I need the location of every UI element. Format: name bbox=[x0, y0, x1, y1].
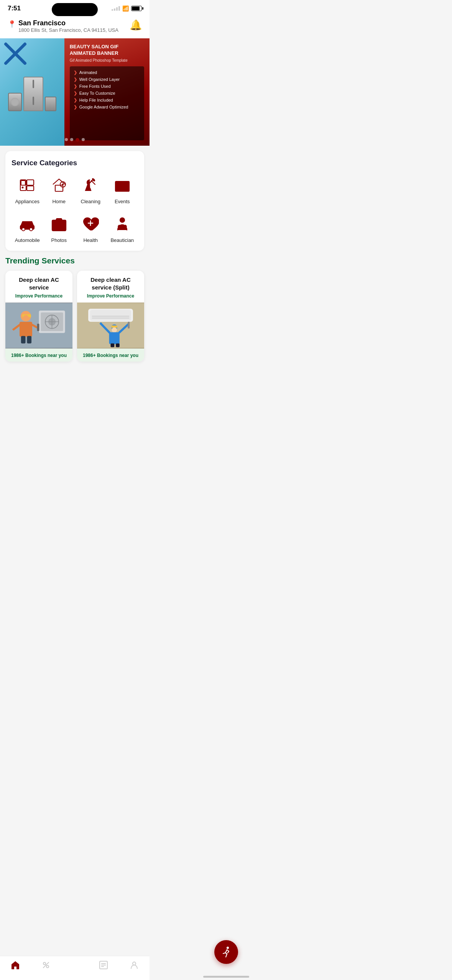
wifi-icon: 📶 bbox=[122, 5, 129, 12]
category-events[interactable]: Events bbox=[107, 175, 138, 204]
photos-label: Photos bbox=[51, 237, 67, 243]
status-time: 7:51 bbox=[8, 5, 21, 12]
svg-point-20 bbox=[120, 218, 125, 222]
banner-content-right: BEAUTY SALON GIF ANIMATED BANNER Gif Ani… bbox=[64, 38, 150, 146]
service-card-1[interactable]: Deep clean AC service Improve Performanc… bbox=[5, 271, 72, 362]
banner-feature-4: ❯ Easy To Customize bbox=[74, 91, 140, 96]
svg-point-15 bbox=[22, 228, 25, 231]
home-label: Home bbox=[52, 199, 66, 204]
home-icon bbox=[49, 175, 69, 196]
service-card-1-bookings: 1986+ Bookings near you bbox=[11, 353, 67, 358]
banner-feature-2: ❯ Well Organized Layer bbox=[74, 77, 140, 82]
banner-title: BEAUTY SALON GIF ANIMATED BANNER bbox=[70, 44, 144, 57]
dot-3[interactable] bbox=[76, 138, 79, 142]
signal-icon bbox=[112, 6, 120, 11]
category-appliances[interactable]: Appliances bbox=[12, 175, 43, 204]
svg-point-42 bbox=[112, 327, 117, 333]
banner-subtitle: Gif Animated Photoshop Template bbox=[70, 58, 144, 62]
cleaning-icon bbox=[80, 175, 101, 196]
svg-point-6 bbox=[22, 187, 24, 189]
battery-icon bbox=[131, 6, 142, 11]
svg-rect-4 bbox=[27, 180, 34, 185]
category-automobile[interactable]: Automobile bbox=[12, 214, 43, 243]
beautician-label: Beautician bbox=[110, 237, 134, 243]
service-card-2-footer: 1986+ Bookings near you bbox=[77, 349, 144, 362]
events-icon bbox=[112, 175, 133, 196]
service-card-1-subtitle: Improve Performance bbox=[10, 293, 68, 299]
photos-icon bbox=[49, 214, 69, 234]
svg-rect-5 bbox=[27, 186, 34, 191]
svg-rect-33 bbox=[21, 336, 26, 343]
automobile-label: Automobile bbox=[15, 237, 40, 243]
category-health[interactable]: Health bbox=[75, 214, 107, 243]
banner-feature-1: ❯ Animated bbox=[74, 70, 140, 75]
dot-2[interactable] bbox=[70, 138, 73, 141]
category-home[interactable]: Home bbox=[43, 175, 75, 204]
svg-rect-44 bbox=[111, 344, 115, 347]
svg-rect-45 bbox=[116, 344, 120, 347]
appliances-label: Appliances bbox=[15, 199, 39, 204]
location-pin-icon: 📍 bbox=[8, 20, 16, 28]
banner-feature-5: ❯ Help File Included bbox=[74, 98, 140, 103]
category-cleaning[interactable]: Cleaning bbox=[75, 175, 107, 204]
cleaning-label: Cleaning bbox=[81, 199, 100, 204]
svg-rect-3 bbox=[21, 181, 25, 185]
service-card-2-bookings: 1986+ Bookings near you bbox=[83, 353, 138, 358]
dot-4[interactable] bbox=[82, 138, 85, 141]
svg-rect-34 bbox=[27, 336, 31, 343]
header: 📍 San Francisco 1800 Ellis St, San Franc… bbox=[0, 15, 150, 38]
category-beautician[interactable]: Beautician bbox=[107, 214, 138, 243]
trending-services-section: Trending Services Deep clean AC service … bbox=[0, 256, 150, 400]
service-card-2-subtitle: Improve Performance bbox=[82, 293, 140, 299]
beautician-icon bbox=[112, 214, 133, 234]
events-label: Events bbox=[115, 199, 130, 204]
appliances-icon bbox=[17, 175, 38, 196]
carousel-dots bbox=[65, 138, 85, 142]
svg-point-30 bbox=[23, 315, 29, 321]
banner-carousel: BEAUTY SALON GIF ANIMATED BANNER Gif Ani… bbox=[0, 38, 150, 146]
notification-bell-icon[interactable]: 🔔 bbox=[130, 19, 142, 31]
status-icons: 📶 bbox=[112, 5, 142, 12]
service-card-1-footer: 1986+ Bookings near you bbox=[5, 349, 72, 362]
service-categories-section: Service Categories Appliances bbox=[5, 151, 144, 251]
categories-grid: Appliances Home bbox=[12, 175, 138, 243]
service-card-1-body: Deep clean AC service Improve Performanc… bbox=[5, 271, 72, 299]
automobile-icon bbox=[17, 214, 38, 234]
status-bar: 7:51 📶 bbox=[0, 0, 150, 15]
svg-rect-7 bbox=[55, 185, 63, 191]
health-icon bbox=[80, 214, 101, 234]
banner-features-box: ❯ Animated ❯ Well Organized Layer ❯ Free… bbox=[70, 66, 144, 140]
service-card-2-image bbox=[77, 303, 144, 349]
banner-feature-3: ❯ Free Fonts Used bbox=[74, 84, 140, 89]
service-card-1-image bbox=[5, 303, 72, 349]
service-card-2-body: Deep clean AC service (Split) Improve Pe… bbox=[77, 271, 144, 299]
svg-rect-37 bbox=[90, 310, 131, 321]
dot-1[interactable] bbox=[65, 138, 68, 141]
health-label: Health bbox=[83, 237, 98, 243]
service-card-2[interactable]: Deep clean AC service (Split) Improve Pe… bbox=[77, 271, 144, 362]
svg-rect-46 bbox=[128, 322, 130, 329]
svg-point-16 bbox=[30, 228, 33, 231]
service-categories-title: Service Categories bbox=[12, 159, 138, 167]
trending-cards: Deep clean AC service Improve Performanc… bbox=[5, 271, 144, 362]
svg-rect-31 bbox=[20, 322, 32, 337]
location-info: 📍 San Francisco 1800 Ellis St, San Franc… bbox=[8, 19, 118, 33]
location-city: San Francisco bbox=[18, 19, 118, 27]
trending-title: Trending Services bbox=[5, 256, 144, 265]
dynamic-island bbox=[52, 3, 98, 16]
svg-point-19 bbox=[58, 224, 61, 227]
svg-rect-32 bbox=[37, 324, 39, 331]
banner-slide: BEAUTY SALON GIF ANIMATED BANNER Gif Ani… bbox=[0, 38, 150, 146]
banner-feature-6: ❯ Google Adward Optimized bbox=[74, 105, 140, 110]
service-card-2-title: Deep clean AC service (Split) bbox=[82, 276, 140, 291]
service-card-1-title: Deep clean AC service bbox=[10, 276, 68, 291]
category-photos[interactable]: Photos bbox=[43, 214, 75, 243]
svg-rect-43 bbox=[109, 332, 120, 344]
location-address: 1800 Ellis St, San Francisco, CA 94115, … bbox=[18, 27, 118, 33]
banner-image-left bbox=[0, 38, 64, 146]
